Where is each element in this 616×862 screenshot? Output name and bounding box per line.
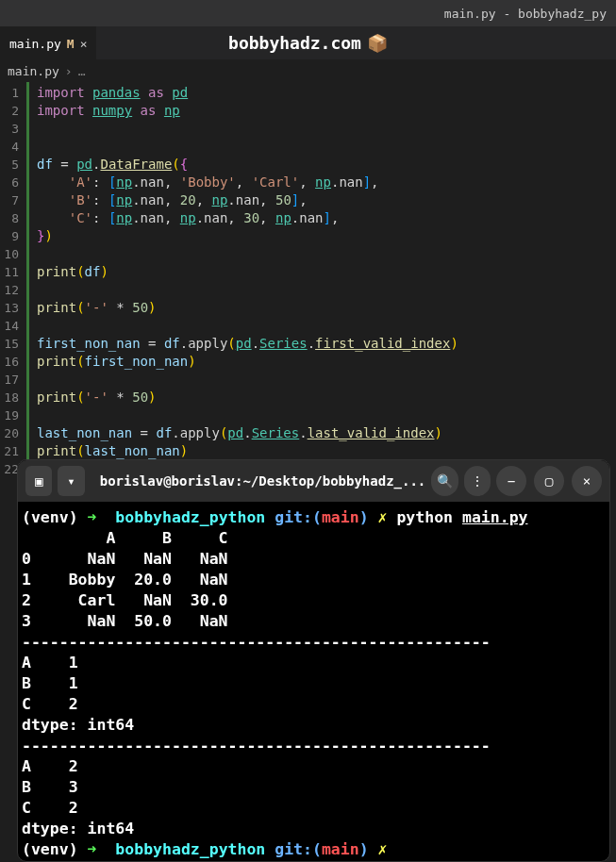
tab-filename: main.py <box>9 37 61 51</box>
minimize-icon: − <box>508 473 515 489</box>
line-gutter: 1 2 3 4 5 6 7 8 9 10 11 12 13 14 15 16 1… <box>0 82 26 459</box>
window-title-bar: main.py - bobbyhadz_py <box>0 0 616 26</box>
chevron-right-icon: › <box>65 64 73 78</box>
terminal-body[interactable]: (venv) ➜ bobbyhadz_python git:(main) ✗ p… <box>18 502 609 862</box>
terminal-output: A B C 0 NaN NaN NaN 1 Bobby 20.0 NaN 2 C… <box>22 529 491 837</box>
search-button[interactable]: 🔍 <box>431 466 458 496</box>
prompt-git: git:( <box>275 508 322 526</box>
close-icon[interactable]: × <box>80 37 88 51</box>
terminal-window: ▣ ▾ borislav@borislav:~/Desktop/bobbyhad… <box>17 459 610 862</box>
prompt-arrow: ➜ <box>88 508 97 526</box>
menu-icon: ⋮ <box>471 473 484 489</box>
tab-main-py[interactable]: main.py M × <box>0 26 96 59</box>
prompt-venv: (venv) <box>22 508 78 526</box>
prompt-dir: bobbyhadz_python <box>115 508 265 526</box>
breadcrumb-file: main.py <box>8 64 59 78</box>
cmd-python: python <box>396 508 453 526</box>
modified-indicator: M <box>67 37 75 51</box>
maximize-button[interactable]: ▢ <box>534 466 564 496</box>
window-title: main.py - bobbyhadz_py <box>444 7 607 21</box>
prompt-branch: main <box>322 508 359 526</box>
maximize-icon: ▢ <box>545 473 553 489</box>
chevron-down-icon: ▾ <box>67 473 75 489</box>
breadcrumb-more: … <box>78 64 86 78</box>
search-icon: 🔍 <box>437 473 453 489</box>
terminal-title: borislav@borislav:~/Desktop/bobbyhadz_..… <box>91 473 426 489</box>
cmd-file: main.py <box>462 508 528 526</box>
menu-button[interactable]: ⋮ <box>464 466 491 496</box>
terminal-titlebar: ▣ ▾ borislav@borislav:~/Desktop/bobbyhad… <box>18 460 609 502</box>
close-button[interactable]: × <box>572 466 602 496</box>
watermark: bobbyhadz.com 📦 <box>228 33 388 53</box>
code-editor[interactable]: 1 2 3 4 5 6 7 8 9 10 11 12 13 14 15 16 1… <box>0 82 616 459</box>
prompt-dirty: ✗ <box>378 508 388 526</box>
new-tab-button[interactable]: ▣ <box>25 466 52 496</box>
cube-icon: 📦 <box>367 33 388 53</box>
code-content[interactable]: import pandas as pd import numpy as np d… <box>26 82 616 459</box>
close-icon: × <box>583 473 591 489</box>
dropdown-button[interactable]: ▾ <box>58 466 84 496</box>
breadcrumb[interactable]: main.py › … <box>0 59 616 82</box>
minimize-button[interactable]: − <box>496 466 526 496</box>
